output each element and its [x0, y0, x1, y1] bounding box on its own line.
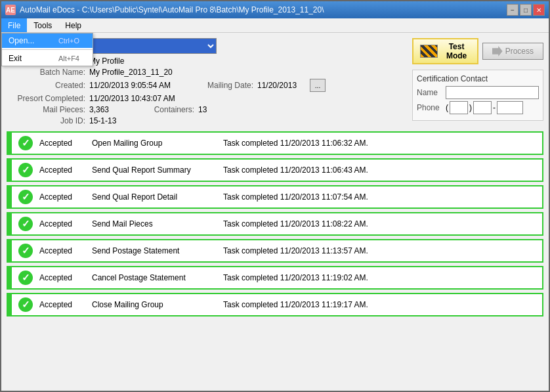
cert-name-row: Name — [417, 86, 539, 99]
mailpieces-label: Mail Pieces: — [7, 105, 85, 114]
task-row: ✓ Accepted Send Postage Statement Task c… — [7, 239, 543, 263]
menu-bar: File Tools Help Open... Ctrl+O Exit Alt+… — [1, 18, 549, 33]
date-picker-button[interactable]: ... — [310, 79, 326, 92]
cert-name-label: Name — [417, 88, 443, 97]
menu-help[interactable]: Help — [58, 18, 88, 32]
task-row: ✓ Accepted Send Qual Report Detail Task … — [7, 185, 543, 209]
created-label: Created: — [7, 81, 85, 90]
batch-name-value: My Profile_2013_11_20 — [89, 68, 173, 77]
task-status: Accepted — [39, 219, 85, 229]
batch-name-label: Batch Name: — [7, 68, 85, 77]
main-content: Entire Mailing Profile Name: My Profile … — [1, 33, 549, 391]
task-name: Send Qual Report Summary — [92, 165, 217, 175]
phone-exchange-input[interactable] — [473, 101, 492, 114]
task-name: Send Postage Statement — [92, 246, 217, 255]
containers-label: Containers: — [142, 105, 194, 114]
check-icon: ✓ — [18, 244, 33, 258]
profile-name-value: My Profile — [89, 56, 124, 66]
task-row: ✓ Accepted Send Qual Report Summary Task… — [7, 158, 543, 182]
jobid-value: 15-1-13 — [89, 116, 116, 125]
mailing-date-value: 11/20/2013 — [257, 81, 310, 90]
process-label: Process — [505, 47, 534, 56]
task-name: Send Mail Pieces — [92, 219, 217, 229]
task-row: ✓ Accepted Open Mailing Group Task compl… — [7, 131, 543, 155]
presort-row: Presort Completed: 11/20/2013 10:43:07 A… — [7, 94, 407, 103]
window-title: AutoMail eDocs - C:\Users\Public\Syntel\… — [20, 5, 324, 14]
presort-label: Presort Completed: — [7, 94, 85, 103]
phone-group: ( ) - — [446, 101, 523, 114]
task-name: Close Mailing Group — [92, 300, 217, 309]
task-message: Task completed 11/20/2013 11:06:32 AM. — [223, 139, 536, 148]
process-arrow-icon — [492, 46, 503, 56]
check-icon: ✓ — [18, 271, 33, 285]
process-button[interactable]: Process — [482, 43, 543, 60]
task-row: ✓ Accepted Send Mail Pieces Task complet… — [7, 212, 543, 236]
minimize-button[interactable]: − — [507, 4, 518, 16]
task-status: Accepted — [39, 192, 85, 202]
menu-open[interactable]: Open... Ctrl+O — [2, 33, 93, 48]
task-status: Accepted — [39, 139, 85, 148]
task-status: Accepted — [39, 165, 85, 175]
task-message: Task completed 11/20/2013 11:13:57 AM. — [223, 246, 536, 255]
cert-phone-row: Phone ( ) - — [417, 101, 539, 114]
menu-file[interactable]: File — [1, 18, 27, 32]
task-message: Task completed 11/20/2013 11:08:22 AM. — [223, 219, 536, 229]
hazard-icon — [420, 45, 438, 58]
check-icon: ✓ — [18, 217, 33, 231]
close-button[interactable]: ✕ — [533, 4, 545, 16]
cert-contact-title: Certification Contact — [417, 74, 539, 83]
check-icon: ✓ — [18, 190, 33, 204]
check-icon: ✓ — [18, 163, 33, 177]
menu-separator — [2, 49, 93, 50]
task-status: Accepted — [39, 246, 85, 255]
task-name: Cancel Postage Statement — [92, 273, 217, 282]
right-panel: Test Mode Process Certification Contact … — [412, 38, 543, 121]
task-message: Task completed 11/20/2013 11:19:02 AM. — [223, 273, 536, 282]
presort-value: 11/20/2013 10:43:07 AM — [89, 94, 175, 103]
mailpieces-row: Mail Pieces: 3,363 Containers: 13 — [7, 105, 407, 114]
task-row: ✓ Accepted Close Mailing Group Task comp… — [7, 293, 543, 316]
created-value: 11/20/2013 9:05:54 AM — [89, 81, 194, 90]
mailpieces-value: 3,363 — [89, 105, 142, 114]
task-status: Accepted — [39, 273, 85, 282]
mailing-date-label: Mailing Date: — [194, 81, 253, 90]
file-dropdown: Open... Ctrl+O Exit Alt+F4 — [1, 33, 93, 66]
batch-name-row: Batch Name: My Profile_2013_11_20 — [7, 68, 407, 77]
phone-number-input[interactable] — [497, 101, 523, 114]
task-message: Task completed 11/20/2013 11:06:43 AM. — [223, 165, 536, 175]
main-window: AE AutoMail eDocs - C:\Users\Public\Synt… — [0, 0, 550, 392]
containers-value: 13 — [198, 105, 207, 114]
phone-area-input[interactable] — [450, 101, 468, 114]
cert-name-input[interactable] — [446, 86, 539, 99]
title-buttons: − □ ✕ — [507, 4, 545, 16]
check-icon: ✓ — [18, 297, 33, 312]
test-mode-button[interactable]: Test Mode — [412, 38, 478, 64]
task-message: Task completed 11/20/2013 11:19:17 AM. — [223, 300, 536, 309]
check-icon: ✓ — [18, 136, 33, 150]
cert-phone-label: Phone — [417, 103, 443, 112]
maximize-button[interactable]: □ — [520, 4, 532, 16]
created-row: Created: 11/20/2013 9:05:54 AM Mailing D… — [7, 79, 407, 92]
task-name: Open Mailing Group — [92, 139, 217, 148]
menu-exit[interactable]: Exit Alt+F4 — [2, 51, 93, 66]
task-message: Task completed 11/20/2013 11:07:54 AM. — [223, 192, 536, 202]
title-bar: AE AutoMail eDocs - C:\Users\Public\Synt… — [1, 1, 549, 18]
menu-tools[interactable]: Tools — [27, 18, 58, 32]
cert-contact-panel: Certification Contact Name Phone ( ) - — [412, 70, 543, 121]
task-row: ✓ Accepted Cancel Postage Statement Task… — [7, 266, 543, 290]
task-status: Accepted — [39, 300, 85, 309]
top-buttons: Test Mode Process — [412, 38, 543, 64]
jobid-row: Job ID: 15-1-13 — [7, 116, 407, 125]
jobid-label: Job ID: — [7, 116, 85, 125]
test-mode-label: Test Mode — [443, 42, 471, 60]
app-icon: AE — [5, 5, 16, 15]
task-list: ✓ Accepted Open Mailing Group Task compl… — [7, 131, 543, 385]
task-name: Send Qual Report Detail — [92, 192, 217, 202]
